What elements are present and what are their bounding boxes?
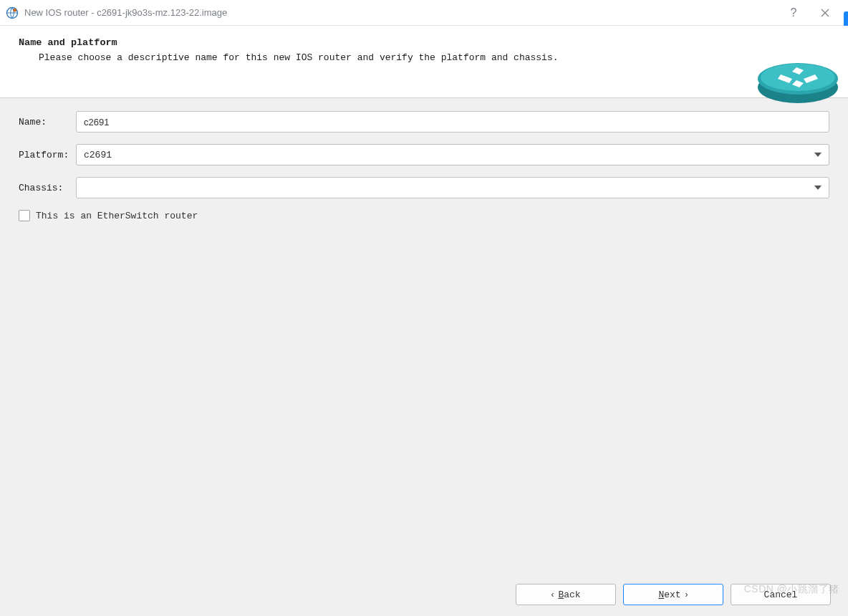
router-icon — [755, 49, 841, 113]
svg-point-6 — [761, 64, 835, 91]
page-heading: Name and platform — [19, 37, 834, 48]
back-button-label: Back — [558, 589, 580, 600]
wizard-footer: ‹ Back Next › Cancel — [0, 573, 848, 616]
platform-value: c2691 — [84, 150, 809, 160]
chassis-label: Chassis: — [19, 183, 76, 193]
wizard-body: Name: Platform: c2691 Chassis: This is a… — [0, 98, 848, 573]
chevron-right-icon: › — [685, 589, 688, 600]
close-button[interactable] — [809, 0, 841, 25]
titlebar: New IOS router - c2691-jk9o3s-mz.123-22.… — [0, 0, 848, 26]
page-subtext: Please choose a descriptive name for thi… — [39, 52, 834, 63]
back-button[interactable]: ‹ Back — [516, 584, 616, 605]
etherswitch-checkbox[interactable] — [19, 210, 30, 221]
row-etherswitch: This is an EtherSwitch router — [19, 210, 829, 221]
next-button-label: Next — [658, 589, 680, 600]
help-button[interactable]: ? — [778, 0, 809, 25]
chevron-left-icon: ‹ — [551, 589, 554, 600]
app-icon — [6, 6, 19, 19]
row-name: Name: — [19, 111, 829, 133]
name-label: Name: — [19, 117, 76, 127]
row-chassis: Chassis: — [19, 177, 829, 198]
row-platform: Platform: c2691 — [19, 144, 829, 165]
window-title: New IOS router - c2691-jk9o3s-mz.123-22.… — [24, 7, 227, 18]
chassis-select[interactable] — [76, 177, 829, 198]
chevron-down-icon — [814, 186, 822, 190]
wizard-header: Name and platform Please choose a descri… — [0, 26, 848, 97]
chevron-down-icon — [814, 153, 822, 157]
name-input[interactable] — [76, 111, 829, 133]
cancel-button[interactable]: Cancel — [731, 584, 831, 605]
platform-select[interactable]: c2691 — [76, 144, 829, 165]
cancel-button-label: Cancel — [764, 589, 798, 600]
platform-label: Platform: — [19, 150, 76, 160]
svg-point-1 — [14, 9, 16, 11]
next-button[interactable]: Next › — [623, 584, 723, 605]
etherswitch-label: This is an EtherSwitch router — [36, 211, 198, 221]
